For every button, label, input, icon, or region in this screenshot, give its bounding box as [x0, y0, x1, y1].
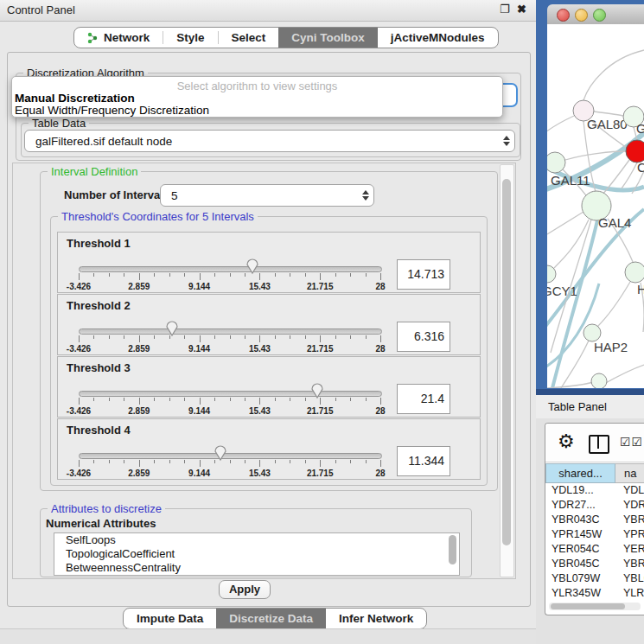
select-columns-icon[interactable]: ☑☑ [620, 435, 643, 449]
float-icon[interactable]: ❐ [500, 3, 510, 16]
table-row[interactable]: YDR27...YDR2 [545, 498, 644, 513]
threshold-row-4: Threshold 4 -3.4262.8599.14415.4321.7152… [57, 418, 481, 480]
network-edge[interactable] [552, 220, 597, 388]
network-edge[interactable] [547, 116, 574, 135]
network-node[interactable] [583, 324, 601, 341]
vertical-scrollbar[interactable] [500, 164, 514, 577]
slider-ticks [79, 460, 380, 468]
network-edge[interactable] [561, 341, 589, 388]
app-root: Control Panel ❐ ✖ Network Style Select C… [0, 0, 644, 644]
columns-icon[interactable] [589, 435, 609, 454]
table-row[interactable]: YBR043CYBR0 [545, 513, 644, 527]
combo-arrows-icon [358, 190, 373, 201]
frame-edge [536, 389, 644, 395]
table-row[interactable]: YLR345WYLR3 [545, 586, 644, 601]
threshold-value-field[interactable]: 6.316 [397, 322, 450, 352]
threshold-value-field[interactable]: 11.344 [397, 446, 450, 476]
network-edge[interactable] [622, 163, 637, 188]
node-label: C [637, 160, 644, 175]
network-icon [87, 32, 99, 43]
network-edge[interactable] [604, 365, 644, 384]
apply-button[interactable]: Apply [219, 580, 271, 599]
column-header-name[interactable]: na [615, 463, 644, 483]
slider-thumb[interactable] [245, 258, 259, 275]
table-row[interactable]: YDL19...YDL1 [545, 483, 644, 498]
close-icon[interactable]: ✖ [517, 3, 526, 16]
tab-select[interactable]: Select [219, 28, 279, 48]
slider-tick-labels: -3.4262.8599.14415.4321.71528 [79, 406, 380, 417]
threshold-value-field[interactable]: 14.713 [397, 259, 450, 290]
number-of-intervals-combobox[interactable]: 5 [160, 184, 374, 207]
table-row[interactable]: YBR045CYBR0 [545, 557, 644, 571]
tab-network[interactable]: Network [74, 28, 163, 48]
threshold-label: Threshold 4 [67, 424, 131, 437]
tab-jactivemnodules[interactable]: jActiveMNodules [378, 28, 498, 48]
network-canvas[interactable]: GAL80GACGAL11GAL4GCY1HHAP2 [547, 24, 644, 388]
tab-impute-data[interactable]: Impute Data [124, 609, 216, 628]
network-edge[interactable] [583, 50, 644, 100]
group-title: Table Data [29, 117, 89, 130]
bottom-strip [0, 628, 536, 644]
slider-track[interactable] [79, 266, 382, 272]
attribute-item[interactable]: SelfLoops [54, 533, 459, 547]
threshold-label: Threshold 3 [67, 361, 131, 374]
numerical-attributes-list[interactable]: SelfLoopsTopologicalCoefficientBetweenne… [54, 532, 460, 576]
tab-network-label: Network [104, 31, 150, 44]
control-panel-titlebar: Control Panel ❐ ✖ [0, 0, 536, 22]
slider-thumb[interactable] [214, 444, 227, 462]
panel-title: Control Panel [7, 3, 75, 16]
table-panel-title: Table Panel [548, 400, 607, 413]
node-table-panel: ⚙ ☑☑ shared... na YDL19...YDL1YDR27...YD… [545, 423, 644, 615]
network-window-titlebar[interactable] [547, 4, 644, 25]
slider-track[interactable] [79, 453, 382, 459]
dropdown-hint: Select algorithm to view settings [12, 77, 502, 92]
gear-icon[interactable]: ⚙ [558, 430, 575, 453]
threshold-label: Threshold 2 [67, 299, 131, 312]
dropdown-item-equal-width[interactable]: Equal Width/Frequency Discretization [12, 105, 502, 117]
network-edge[interactable] [594, 112, 623, 116]
slider-tick-labels: -3.4262.8599.14415.4321.71528 [79, 344, 380, 354]
close-traffic-light-icon[interactable] [557, 9, 570, 22]
slider-tick-labels: -3.4262.8599.14415.4321.71528 [79, 282, 380, 292]
table-row[interactable]: YIL052CYIL0 [545, 601, 644, 602]
attribute-item[interactable]: BetweennessCentrality [54, 561, 459, 575]
column-header-shared-name[interactable]: shared... [545, 463, 615, 483]
table-row[interactable]: YBL079WYBL0 [545, 571, 644, 586]
table-header-row: shared... na [545, 463, 644, 483]
attribute-item[interactable]: TopologicalCoefficient [54, 547, 459, 561]
minimize-traffic-light-icon[interactable] [575, 9, 588, 22]
tab-discretize-data[interactable]: Discretize Data [216, 609, 326, 628]
table-row[interactable]: YER054CYER0 [545, 542, 644, 557]
table-rows: YDL19...YDL1YDR27...YDR2YBR043CYBR0YPR14… [545, 483, 644, 602]
network-node[interactable] [547, 152, 565, 173]
table-toolbar: ⚙ ☑☑ [545, 424, 644, 462]
tab-cyni-toolbox[interactable]: Cyni Toolbox [278, 28, 378, 48]
table-data-combobox[interactable]: galFiltered.sif default node [24, 130, 515, 152]
tab-style[interactable]: Style [163, 28, 217, 48]
slider-thumb[interactable] [165, 320, 179, 337]
group-title: Attributes to discretize [48, 502, 165, 515]
node-label: GAL11 [551, 173, 590, 188]
network-edge[interactable] [597, 282, 630, 327]
slider-thumb[interactable] [310, 382, 324, 399]
slider-track[interactable] [79, 328, 382, 335]
node-label: GA [636, 121, 644, 136]
network-node[interactable] [625, 262, 644, 283]
horizontal-scrollbar[interactable] [549, 603, 641, 610]
top-tab-bar: Network Style Select Cyni Toolbox jActiv… [73, 27, 499, 48]
threshold-label: Threshold 1 [67, 237, 131, 250]
tab-infer-network[interactable]: Infer Network [326, 609, 426, 628]
threshold-value-field[interactable]: 21.4 [397, 384, 450, 414]
zoom-traffic-light-icon[interactable] [593, 9, 606, 22]
table-row[interactable]: YPR145WYPR1 [545, 527, 644, 542]
scrollbar-thumb[interactable] [551, 603, 625, 609]
dropdown-item-manual[interactable]: Manual Discretization [12, 92, 502, 105]
network-node[interactable] [591, 373, 607, 388]
list-scrollbar-thumb[interactable] [449, 535, 456, 564]
group-title: Threshold's Coordinates for 5 Intervals [58, 210, 258, 223]
scrollbar-thumb[interactable] [502, 179, 511, 545]
slider-track[interactable] [79, 391, 382, 397]
table-data-value: galFiltered.sif default node [25, 135, 499, 148]
node-label: GAL4 [598, 215, 631, 230]
network-edge[interactable] [547, 212, 583, 234]
